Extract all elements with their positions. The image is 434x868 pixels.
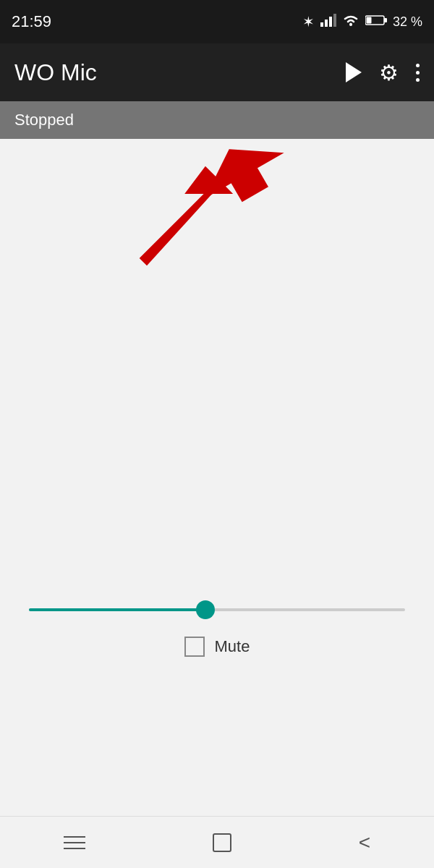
mute-checkbox[interactable] — [184, 637, 205, 657]
battery-percentage: 32 % — [393, 14, 422, 30]
app-title: WO Mic — [14, 59, 346, 86]
volume-slider[interactable] — [29, 599, 405, 621]
app-bar-actions: ⚙ — [346, 60, 420, 85]
status-icons: ✶ 32 % — [302, 13, 422, 30]
mute-control: Mute — [184, 637, 250, 657]
status-band: Stopped — [0, 101, 434, 139]
app-bar: WO Mic ⚙ — [0, 43, 434, 101]
svg-rect-3 — [333, 14, 336, 27]
slider-container: Mute — [0, 599, 434, 657]
more-options-button[interactable] — [416, 64, 420, 82]
settings-button[interactable]: ⚙ — [379, 60, 399, 85]
play-icon — [346, 62, 362, 82]
svg-point-4 — [349, 23, 352, 26]
mute-label: Mute — [215, 637, 250, 656]
home-icon — [213, 833, 231, 852]
nav-back-button[interactable]: < — [359, 831, 370, 854]
battery-icon — [365, 14, 387, 30]
signal-icon — [320, 14, 336, 30]
more-options-icon — [416, 64, 420, 82]
nav-menu-button[interactable] — [64, 836, 85, 849]
svg-rect-7 — [366, 17, 371, 23]
svg-marker-8 — [192, 146, 289, 216]
svg-rect-2 — [329, 17, 332, 27]
connection-status-label: Stopped — [14, 111, 74, 129]
main-content: Mute — [0, 139, 434, 816]
status-time: 21:59 — [12, 12, 51, 31]
gear-icon: ⚙ — [379, 60, 399, 85]
svg-rect-1 — [325, 20, 328, 27]
status-bar: 21:59 ✶ — [0, 0, 434, 43]
menu-icon — [64, 836, 85, 849]
bottom-nav-bar: < — [0, 816, 434, 868]
arrow-annotation — [87, 146, 289, 291]
nav-home-button[interactable] — [213, 833, 231, 852]
back-icon: < — [359, 831, 370, 854]
wifi-icon — [342, 14, 359, 30]
slider-track-fill — [29, 608, 205, 611]
bluetooth-icon: ✶ — [302, 13, 315, 30]
play-button[interactable] — [346, 62, 362, 82]
svg-rect-0 — [320, 22, 323, 27]
svg-rect-6 — [384, 18, 387, 22]
slider-thumb[interactable] — [196, 600, 215, 619]
